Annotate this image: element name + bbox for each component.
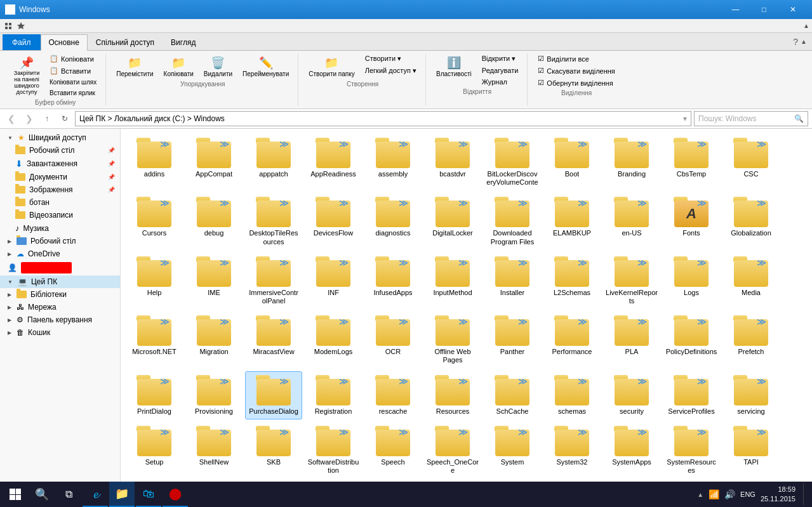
search-button[interactable]: 🔍 (29, 482, 55, 507)
ribbon-toggle-icon[interactable]: ▲ (803, 22, 809, 29)
address-path[interactable]: Цей ПК > Локальний диск (C:) > Windows ▾ (75, 111, 691, 126)
sidebar-item-workspace[interactable]: ▶ Робочий стіл (0, 235, 120, 247)
invert-select-button[interactable]: ☑ Обернути виділення (534, 77, 618, 88)
file-item[interactable]: ≫ Help (126, 253, 183, 309)
file-item[interactable]: ≫ ModemLogs (305, 312, 362, 368)
file-item[interactable]: ≫ PLA (603, 312, 660, 368)
file-item[interactable]: ≫ diagnostics (364, 193, 422, 249)
file-item[interactable]: ≫ Cursors (126, 193, 183, 249)
pin-icon[interactable] (15, 20, 27, 32)
file-item[interactable]: ≫ MiracastView (245, 312, 302, 368)
tab-file[interactable]: Файл (3, 34, 41, 50)
file-item[interactable]: ≫ AppCompat (185, 134, 243, 190)
pin-quick-access-button[interactable]: 📌 Закріпити на панелі швидкого доступу (10, 53, 43, 98)
explorer-app[interactable]: 📁 (109, 482, 135, 507)
file-item[interactable]: ≫ System32 (543, 422, 601, 478)
file-item[interactable]: ≫ PolicyDefinitions (663, 312, 720, 368)
sidebar-item-music[interactable]: ♪ Музика (0, 221, 120, 235)
file-item[interactable]: ≫ ELAMBKUP (543, 193, 601, 249)
sidebar-item-thispc[interactable]: ▼ 💻 Цей ПК (0, 275, 120, 288)
edge-app[interactable]: 𝓮 (83, 482, 108, 507)
sidebar-item-onedrive[interactable]: ▶ ☁ OneDrive (0, 247, 120, 260)
file-item[interactable]: ≫ Globalization (722, 193, 780, 249)
copy-to-button[interactable]: 📁 Копіювати (160, 53, 197, 79)
edit-button[interactable]: Редагувати (478, 65, 522, 76)
file-item[interactable]: ≫ InfusedApps (364, 253, 422, 309)
sidebar-item-user[interactable]: 👤 (0, 260, 120, 275)
file-item[interactable]: ≫ Provisioning (185, 371, 243, 419)
sidebar-item-network[interactable]: ▶ 🖧 Мережа (0, 301, 120, 313)
sidebar-item-images[interactable]: Зображення 📌 (0, 183, 120, 196)
file-item[interactable]: ≫ OCR (364, 312, 422, 368)
paste-shortcut-button[interactable]: Вставити ярлик (46, 88, 100, 98)
file-item[interactable]: ≫ IME (185, 253, 243, 309)
file-item[interactable]: ≫ schemas (543, 371, 601, 419)
sidebar-item-control[interactable]: ▶ ⚙ Панель керування (0, 313, 120, 326)
ribbon-minimize-icon[interactable]: ▲ (801, 38, 807, 45)
store-app[interactable]: 🛍 (136, 482, 161, 507)
sidebar-item-videos[interactable]: Відеозаписи (0, 209, 120, 221)
file-item[interactable]: ≫ assembly (364, 134, 422, 190)
file-item[interactable]: ≫ Boot (543, 134, 601, 190)
file-item[interactable]: ≫ CSC (722, 134, 780, 190)
file-item[interactable]: ≫ Setup (126, 422, 183, 478)
rename-button[interactable]: ✏️ Перейменувати (239, 53, 293, 79)
file-item[interactable]: ≫ DigitalLocker (424, 193, 481, 249)
file-item[interactable]: ≫ LiveKernelReports (603, 253, 660, 309)
file-item[interactable]: ≫ SystemApps (603, 422, 660, 478)
help-icon[interactable]: ? (793, 37, 798, 47)
sidebar-item-downloads[interactable]: ⬇ Завантаження 📌 (0, 157, 120, 171)
file-item[interactable]: ≫ PurchaseDialog (245, 371, 302, 419)
file-item[interactable]: ≫ Media (722, 253, 780, 309)
sidebar-item-libraries[interactable]: ▶ Бібліотеки (0, 288, 120, 301)
file-item[interactable]: ≫ ImmersiveControlPanel (245, 253, 302, 309)
paste-button[interactable]: 📋 Вставити (46, 65, 100, 76)
volume-icon[interactable]: 🔊 (724, 489, 735, 499)
file-item[interactable]: ≫ debug (185, 193, 243, 249)
close-button[interactable]: ✕ (778, 0, 807, 19)
file-item[interactable]: ≫ Prefetch (722, 312, 780, 368)
sidebar-item-desktop[interactable]: Робочий стіл 📌 (0, 144, 120, 157)
copy-button[interactable]: 📋 Копіювати (46, 53, 100, 64)
network-status-icon[interactable]: 📶 (709, 489, 719, 499)
deselect-button[interactable]: ☑ Скасувати виділення (534, 65, 618, 76)
copy-path-button[interactable]: Копіювати шлях (46, 77, 100, 87)
file-item[interactable]: ≫ SystemResources (663, 422, 720, 478)
file-item[interactable]: ≫ TAPI (722, 422, 780, 478)
refresh-button[interactable]: ↻ (57, 111, 72, 126)
maximize-button[interactable]: □ (750, 0, 778, 19)
file-item[interactable]: ≫ SchCache (484, 371, 541, 419)
file-item[interactable]: ≫ Branding (603, 134, 660, 190)
file-item[interactable]: ≫ AppReadiness (305, 134, 362, 190)
file-item[interactable]: ≫ INF (305, 253, 362, 309)
file-item[interactable]: ≫ Panther (484, 312, 541, 368)
delete-button[interactable]: 🗑️ Видалити (200, 53, 236, 79)
file-area[interactable]: ≫ addins ≫ AppCompat ≫ apppatch ≫ AppRea… (121, 129, 812, 504)
select-all-button[interactable]: ☑ Виділити все (534, 53, 618, 64)
sidebar-item-recycle[interactable]: ▶ 🗑 Кошик (0, 326, 120, 339)
back-button[interactable]: ❮ (4, 111, 19, 126)
file-item[interactable]: ≫ Installer (484, 253, 541, 309)
file-item[interactable]: ≫ servicing (722, 371, 780, 419)
forward-button[interactable]: ❯ (22, 111, 37, 126)
minimize-button[interactable]: — (721, 0, 750, 19)
file-item[interactable]: ≫ addins (126, 134, 183, 190)
file-item[interactable]: ≫ DevicesFlow (305, 193, 362, 249)
file-item[interactable]: ≫ en-US (603, 193, 660, 249)
file-item[interactable]: ≫ ShellNew (185, 422, 243, 478)
history-button[interactable]: Журнал (478, 77, 522, 87)
file-item[interactable]: ≫ PrintDialog (126, 371, 183, 419)
file-item[interactable]: ≫ rescache (364, 371, 422, 419)
language-indicator[interactable]: ENG (740, 491, 755, 498)
file-item[interactable]: A ≫ Fonts (663, 193, 720, 249)
quick-access-btn[interactable] (3, 20, 14, 32)
task-view-button[interactable]: ⧉ (56, 482, 81, 507)
tab-view[interactable]: Вигляд (163, 34, 204, 50)
file-item[interactable]: ≫ System (484, 422, 541, 478)
sidebar-item-documents[interactable]: Документи 📌 (0, 171, 120, 183)
file-item[interactable]: ≫ Downloaded Program Files (484, 193, 541, 249)
tab-share[interactable]: Спільний доступ (88, 34, 163, 50)
file-item[interactable]: ≫ L2Schemas (543, 253, 601, 309)
up-button[interactable]: ↑ (39, 111, 55, 126)
clock[interactable]: 18:59 25.11.2015 (761, 485, 795, 504)
